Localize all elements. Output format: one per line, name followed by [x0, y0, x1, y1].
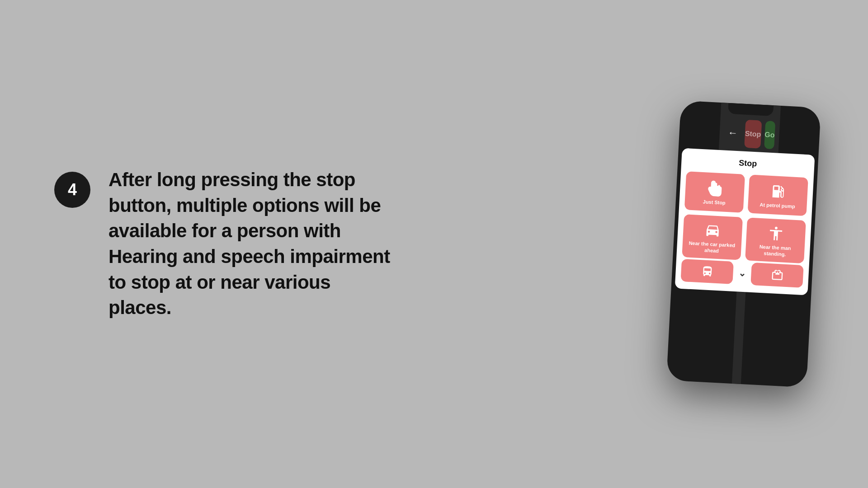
- car-icon: [704, 221, 722, 239]
- person-icon: [767, 225, 784, 242]
- stop-button-top[interactable]: Stop: [744, 120, 762, 149]
- petrol-pump-label: At petrol pump: [760, 202, 795, 210]
- scroll-row: ⌄: [680, 258, 803, 287]
- stop-options-modal: Stop Just Stop: [675, 148, 815, 296]
- phone-frame: ← Stop Go Stop Just Stop: [666, 100, 821, 387]
- options-grid: Just Stop At petrol pump: [682, 171, 808, 263]
- bus-option-partial[interactable]: [680, 258, 733, 284]
- description-text: After long pressing the stop button, mul…: [108, 167, 393, 321]
- petrol-pump-option[interactable]: At petrol pump: [748, 174, 808, 216]
- step-badge: 4: [54, 172, 90, 208]
- fuel-icon: [769, 183, 787, 200]
- hand-icon: [706, 180, 723, 197]
- go-button-top[interactable]: Go: [764, 121, 775, 149]
- modal-title: Stop: [687, 155, 809, 171]
- phone-container: ← Stop Go Stop Just Stop: [674, 104, 814, 384]
- just-stop-label: Just Stop: [703, 198, 726, 206]
- scroll-chevron-icon: ⌄: [736, 267, 748, 279]
- car-parked-option[interactable]: Near the car parked ahead: [682, 214, 743, 260]
- back-button[interactable]: ←: [724, 125, 742, 141]
- just-stop-option[interactable]: Just Stop: [684, 171, 745, 213]
- man-standing-label: Near the man standing.: [749, 243, 801, 259]
- sign-option-partial[interactable]: [750, 263, 803, 288]
- left-content: 4 After long pressing the stop button, m…: [54, 167, 393, 321]
- car-parked-label: Near the car parked ahead: [686, 239, 738, 255]
- top-buttons: Stop Go: [744, 120, 775, 149]
- step-number: 4: [68, 180, 77, 199]
- man-standing-option[interactable]: Near the man standing.: [745, 217, 806, 263]
